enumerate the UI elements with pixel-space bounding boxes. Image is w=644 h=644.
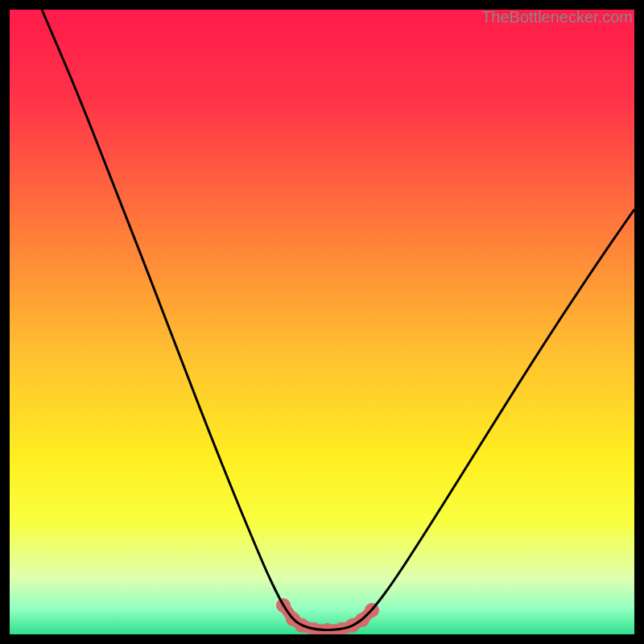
chart-area: TheBottlenecker.com [10,10,634,634]
main-curve [42,10,634,630]
curve-overlay [10,10,634,634]
attribution-label: TheBottlenecker.com [481,8,633,27]
